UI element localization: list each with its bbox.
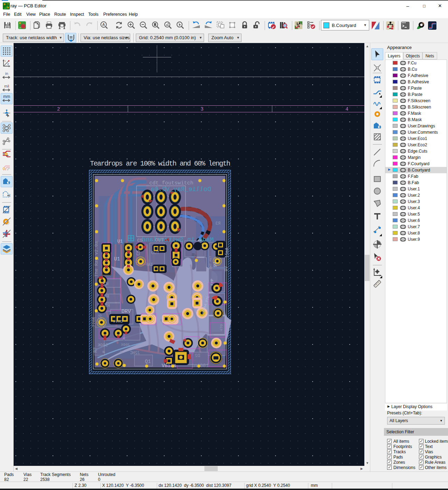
svg-text:Q1: Q1 (145, 359, 151, 364)
svg-text:DRV: DRV (121, 309, 131, 315)
svg-text:R7: R7 (93, 347, 98, 353)
svg-text:OUT: OUT (151, 250, 160, 255)
svg-text:R5: R5 (104, 303, 110, 308)
svg-text:C5: C5 (137, 238, 143, 243)
svg-text:A: A (102, 22, 105, 27)
svg-text:r: r (5, 59, 6, 63)
svg-text:_cdt_foutswitch: _cdt_foutswitch (146, 180, 193, 186)
svg-text:2W7 AV7: 2W7 AV7 (209, 256, 212, 269)
svg-text:R: R (102, 350, 106, 353)
svg-text:J2HC: J2HC (130, 351, 140, 356)
svg-text:15mA: 15mA (225, 247, 230, 258)
svg-text:TNF: TNF (145, 262, 153, 267)
svg-text:R: R (119, 350, 124, 353)
svg-text:220R: 220R (92, 317, 97, 327)
svg-text:R3: R3 (216, 221, 220, 226)
svg-text:D2: D2 (195, 353, 200, 358)
svg-text:2: 2 (57, 106, 60, 112)
svg-text:DRV4: DRV4 (113, 320, 122, 324)
svg-text:9V: 9V (213, 262, 218, 267)
svg-text:R4: R4 (104, 294, 109, 299)
svg-text:in: in (5, 71, 8, 76)
svg-text:R2: R2 (103, 281, 108, 287)
svg-text:Dollie_Ray_V2.0a: Dollie_Ray_V2.0a (150, 186, 211, 193)
svg-text:470: 470 (219, 324, 224, 331)
svg-text:FYP: FYP (210, 279, 214, 286)
svg-text:C6: C6 (98, 314, 103, 319)
svg-text:mm: mm (3, 94, 10, 99)
svg-text:J00X: J00X (121, 343, 130, 347)
svg-text:C5: C5 (136, 250, 141, 255)
svg-text:θ: θ (7, 63, 9, 66)
svg-text:Teardrops are 100% width and 6: Teardrops are 100% width and 60% length (90, 160, 230, 168)
svg-text:U1: U1 (117, 239, 123, 244)
svg-text:3: 3 (201, 106, 203, 112)
svg-text:OUT: OUT (155, 237, 164, 243)
svg-text:mil: mil (4, 84, 9, 88)
svg-text:4: 4 (345, 106, 348, 112)
svg-text:U1: U1 (114, 256, 120, 262)
svg-text:9V: 9V (224, 266, 229, 271)
svg-text:Made in Switzerland: Made in Switzerland (142, 236, 214, 243)
svg-text:500K: 500K (97, 343, 108, 348)
